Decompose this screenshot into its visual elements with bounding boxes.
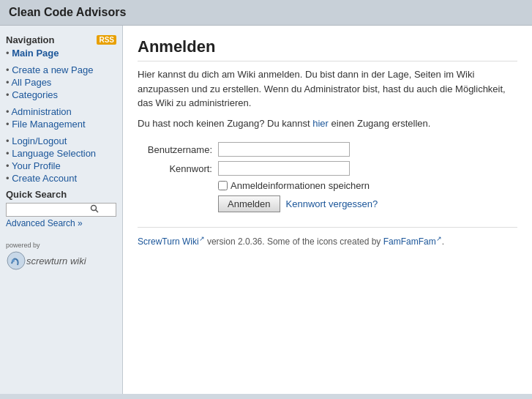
access-text-prefix: Du hast noch keinen Zugang? Du kannst (138, 118, 312, 129)
svg-line-1 (96, 210, 99, 213)
access-hier-link[interactable]: hier (312, 118, 329, 129)
rss-badge[interactable]: RSS (97, 35, 116, 45)
famfamfam-ext-icon: ↗ (436, 235, 442, 242)
app-header: Clean Code Advisors (0, 0, 532, 26)
username-row: Benutzername: (138, 142, 517, 157)
svg-point-3 (12, 259, 15, 262)
footer-end: . (442, 236, 444, 247)
intro-text: Hier kannst du dich am Wiki anmelden. Du… (138, 69, 506, 108)
sidebar-item-language-selection[interactable]: Language Selection (6, 147, 122, 160)
svg-point-0 (91, 206, 97, 211)
intro-paragraph: Hier kannst du dich am Wiki anmelden. Du… (138, 67, 517, 111)
search-input[interactable] (8, 205, 89, 215)
login-button[interactable]: Anmelden (218, 195, 280, 212)
password-input[interactable] (218, 161, 350, 176)
sidebar-link-main-page[interactable]: Main Page (12, 48, 59, 59)
screwturn-wiki-link[interactable]: ScrewTurn Wiki (138, 236, 199, 247)
sidebar-link-administration[interactable]: Administration (11, 106, 71, 117)
svg-point-2 (7, 252, 25, 269)
screwturn-label: screwturn wiki (26, 256, 86, 266)
sidebar-item-login-logout[interactable]: Login/Logout (6, 135, 122, 147)
sidebar-item-categories[interactable]: Categories (6, 89, 122, 101)
powered-by-section: powered by screwturn wiki (0, 239, 122, 274)
content-inner: Anmelden Hier kannst du dich am Wiki anm… (138, 37, 517, 247)
search-button[interactable] (89, 204, 100, 215)
remember-row: Anmeldeinformationen speichern (218, 180, 517, 191)
screwturn-logo: screwturn wiki (6, 250, 116, 271)
sidebar-link-categories[interactable]: Categories (12, 89, 58, 100)
sidebar-link-login-logout[interactable]: Login/Logout (12, 135, 67, 146)
sidebar-item-administration[interactable]: Administration (6, 105, 122, 118)
main-content: Anmelden Hier kannst du dich am Wiki anm… (123, 26, 532, 394)
quick-search-section: Quick Search Advanced Search » (0, 184, 122, 231)
sidebar-navigation: Main Page Create a new Page All Pages Ca… (0, 47, 122, 184)
quick-search-title: Quick Search (6, 189, 116, 200)
sidebar-item-create-new-page[interactable]: Create a new Page (6, 64, 122, 76)
password-row: Kennwort: (138, 161, 517, 176)
sidebar-item-all-pages[interactable]: All Pages (6, 76, 122, 89)
navigation-section: Navigation RSS (0, 31, 122, 47)
access-text-suffix: einen Zugang erstellen. (329, 118, 430, 129)
sidebar-link-language-selection[interactable]: Language Selection (12, 148, 96, 159)
content-footer: ScrewTurn Wiki↗ version 2.0.36. Some of … (138, 227, 517, 247)
button-row: Anmelden Kennwort vergessen? (218, 195, 517, 212)
page-title: Anmelden (138, 37, 517, 61)
app-title: Clean Code Advisors (9, 6, 126, 18)
access-text: Du hast noch keinen Zugang? Du kannst hi… (138, 116, 517, 131)
navigation-title: Navigation (6, 34, 54, 45)
search-input-wrap[interactable] (6, 203, 116, 217)
sidebar-link-your-profile[interactable]: Your Profile (12, 160, 61, 171)
sidebar-link-all-pages[interactable]: All Pages (11, 77, 51, 88)
advanced-search-link[interactable]: Advanced Search » (6, 218, 116, 228)
remember-checkbox[interactable] (218, 181, 228, 190)
sidebar-item-your-profile[interactable]: Your Profile (6, 160, 122, 172)
remember-label: Anmeldeinformationen speichern (231, 180, 370, 191)
password-label: Kennwort: (138, 163, 218, 174)
sidebar-item-main-page[interactable]: Main Page (6, 47, 122, 59)
screwturn-ext-icon: ↗ (199, 235, 205, 242)
search-icon (90, 204, 99, 213)
powered-by-text: powered by (6, 242, 116, 249)
forgot-password-link[interactable]: Kennwort vergessen? (286, 198, 378, 209)
sidebar-item-create-account[interactable]: Create Account (6, 172, 122, 184)
username-label: Benutzername: (138, 144, 218, 155)
username-input[interactable] (218, 142, 350, 157)
footer-middle-text: version 2.0.36. Some of the icons create… (205, 236, 383, 247)
main-layout: Navigation RSS Main Page Create a new Pa… (0, 26, 532, 394)
sidebar-link-file-management[interactable]: File Management (12, 119, 85, 130)
sidebar-item-file-management[interactable]: File Management (6, 118, 122, 130)
screwturn-logo-icon (6, 250, 26, 271)
login-form: Benutzername: Kennwort: Anmeldeinformati… (138, 142, 517, 212)
sidebar-link-create-account[interactable]: Create Account (12, 173, 77, 184)
sidebar: Navigation RSS Main Page Create a new Pa… (0, 26, 123, 394)
sidebar-link-create-new-page[interactable]: Create a new Page (12, 64, 93, 75)
famfamfam-link[interactable]: FamFamFam (383, 236, 436, 247)
